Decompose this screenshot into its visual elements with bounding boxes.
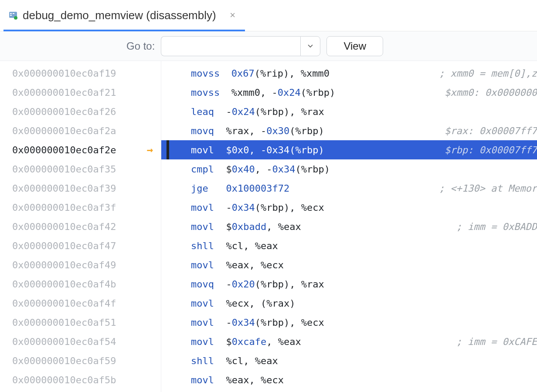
breakpoint-gutter[interactable] (167, 294, 173, 313)
address-cell[interactable]: 0x000000010ec0af3f (0, 198, 161, 217)
goto-field-group (161, 36, 320, 56)
operands: %eax, %ecx (226, 260, 284, 270)
breakpoint-gutter[interactable] (167, 159, 173, 179)
disassembly-line[interactable]: jge 0x100003f72; <+130> at Memor (161, 179, 537, 198)
operands: -0x34(%rbp), %ecx (226, 317, 324, 328)
address-cell[interactable]: 0x000000010ec0af5b (0, 370, 161, 389)
breakpoint-gutter[interactable] (167, 83, 173, 102)
goto-input[interactable] (161, 36, 300, 56)
disassembly-line[interactable]: movl $0xcafe, %eax; imm = 0xCAFE (161, 332, 537, 351)
inline-comment: $rbp: 0x00007ff7 (424, 145, 537, 155)
svg-point-4 (14, 16, 17, 20)
operands: -0x24(%rbp), %rax (226, 106, 324, 117)
operands: %cl, %eax (226, 240, 278, 251)
mnemonic: movl (173, 221, 214, 232)
inline-comment: ; imm = 0xBADD (435, 221, 537, 232)
goto-dropdown-button[interactable] (300, 36, 320, 56)
disassembly-line[interactable]: movl $0xbadd, %eax; imm = 0xBADD (161, 217, 537, 236)
breakpoint-gutter[interactable] (167, 179, 173, 198)
disassembly-line[interactable]: shll %cl, %eax (161, 351, 537, 370)
inline-comment: ; xmm0 = mem[0],z (418, 68, 537, 79)
breakpoint-gutter[interactable] (167, 255, 173, 274)
tab-title: debug_demo_memview (disassembly) (23, 9, 216, 22)
disassembly-line[interactable]: cmpl $0x40, -0x34(%rbp) (161, 159, 537, 179)
inline-comment: ; <+130> at Memor (418, 183, 537, 194)
breakpoint-gutter[interactable] (167, 140, 169, 159)
inline-comment: $rax: 0x00007ff7 (424, 125, 537, 136)
inline-comment: $xmm0: 0x0000000 (424, 87, 537, 98)
mnemonic: movl (173, 145, 214, 155)
breakpoint-gutter[interactable] (167, 351, 173, 370)
operands: %eax, %ecx (226, 375, 284, 385)
disassembly-line[interactable]: movss %xmm0, -0x24(%rbp)$xmm0: 0x0000000 (161, 83, 537, 102)
address-cell[interactable]: 0x000000010ec0af42 (0, 217, 161, 236)
address-cell[interactable]: 0x000000010ec0af2e→ (0, 140, 161, 159)
breakpoint-gutter[interactable] (167, 121, 173, 140)
editor-tabbar: debug_demo_memview (disassembly) × (0, 0, 537, 31)
svg-rect-2 (10, 15, 12, 16)
disassembly-toolbar: Go to: View (0, 31, 537, 61)
disassembly-line[interactable]: movq -0x20(%rbp), %rax (161, 274, 537, 294)
address-cell[interactable]: 0x000000010ec0af4b (0, 274, 161, 294)
mnemonic: leaq (173, 106, 214, 117)
address-cell[interactable]: 0x000000010ec0af54 (0, 332, 161, 351)
mnemonic: cmpl (173, 164, 214, 175)
operands: %rax, -0x30(%rbp) (226, 125, 324, 136)
mnemonic: movq (173, 279, 214, 290)
mnemonic: movl (173, 375, 214, 385)
address-cell[interactable]: 0x000000010ec0af21 (0, 83, 161, 102)
disassembly-line[interactable]: movl %eax, %ecx (161, 370, 537, 389)
breakpoint-gutter[interactable] (167, 370, 173, 389)
address-cell[interactable]: 0x000000010ec0af39 (0, 179, 161, 198)
operands: %xmm0, -0x24(%rbp) (231, 87, 335, 98)
close-icon[interactable]: × (228, 11, 237, 20)
disassembly-line[interactable]: leaq -0x24(%rbp), %rax (161, 102, 537, 121)
address-cell[interactable]: 0x000000010ec0af49 (0, 255, 161, 274)
address-cell[interactable]: 0x000000010ec0af47 (0, 236, 161, 255)
disassembly-line[interactable]: shll %cl, %eax (161, 236, 537, 255)
goto-label: Go to: (126, 40, 155, 52)
breakpoint-gutter[interactable] (167, 236, 173, 255)
breakpoint-gutter[interactable] (167, 64, 173, 83)
disassembly-line[interactable]: movss 0x67(%rip), %xmm0; xmm0 = mem[0],z (161, 64, 537, 83)
mnemonic: movl (173, 336, 214, 347)
mnemonic: movl (173, 317, 214, 328)
breakpoint-gutter[interactable] (167, 274, 173, 294)
operands: -0x34(%rbp), %ecx (226, 202, 324, 213)
address-cell[interactable]: 0x000000010ec0af59 (0, 351, 161, 370)
disassembly-body: 0x000000010ec0af190x000000010ec0af210x00… (0, 61, 537, 392)
current-instruction-arrow-icon: → (147, 144, 153, 156)
address-cell[interactable]: 0x000000010ec0af35 (0, 159, 161, 179)
disassembly-line[interactable]: movl %ecx, (%rax) (161, 294, 537, 313)
address-cell[interactable]: 0x000000010ec0af19 (0, 64, 161, 83)
address-cell[interactable]: 0x000000010ec0af2a (0, 121, 161, 140)
disassembly-line[interactable]: movq %rax, -0x30(%rbp)$rax: 0x00007ff7 (161, 121, 537, 140)
operands: %ecx, (%rax) (226, 298, 296, 309)
breakpoint-gutter[interactable] (167, 198, 173, 217)
operands: 0x67(%rip), %xmm0 (231, 68, 330, 79)
mnemonic: movl (173, 202, 214, 213)
breakpoint-gutter[interactable] (167, 217, 173, 236)
breakpoint-gutter[interactable] (167, 102, 173, 121)
operands: $0xcafe, %eax (226, 336, 301, 347)
address-cell[interactable]: 0x000000010ec0af4f (0, 294, 161, 313)
view-button[interactable]: View (326, 36, 383, 56)
breakpoint-gutter[interactable] (167, 332, 173, 351)
inline-comment: ; imm = 0xCAFE (435, 336, 537, 347)
tab-disassembly[interactable]: debug_demo_memview (disassembly) × (3, 0, 245, 31)
mnemonic: movl (173, 298, 214, 309)
mnemonic: movss (173, 87, 220, 98)
breakpoint-gutter[interactable] (167, 313, 173, 332)
code-area: movss 0x67(%rip), %xmm0; xmm0 = mem[0],z… (161, 61, 537, 392)
address-cell[interactable]: 0x000000010ec0af51 (0, 313, 161, 332)
disassembly-line[interactable]: movl $0x0, -0x34(%rbp)$rbp: 0x00007ff7 (161, 140, 537, 159)
svg-rect-1 (10, 13, 12, 14)
mnemonic: shll (173, 240, 214, 251)
disassembly-line[interactable]: movl -0x34(%rbp), %ecx (161, 313, 537, 332)
mnemonic: shll (173, 355, 214, 366)
disassembly-line[interactable]: movl %eax, %ecx (161, 255, 537, 274)
operands: 0x100003f72 (226, 183, 290, 194)
disassembly-line[interactable]: movl -0x34(%rbp), %ecx (161, 198, 537, 217)
address-cell[interactable]: 0x000000010ec0af26 (0, 102, 161, 121)
operands: $0xbadd, %eax (226, 221, 301, 232)
